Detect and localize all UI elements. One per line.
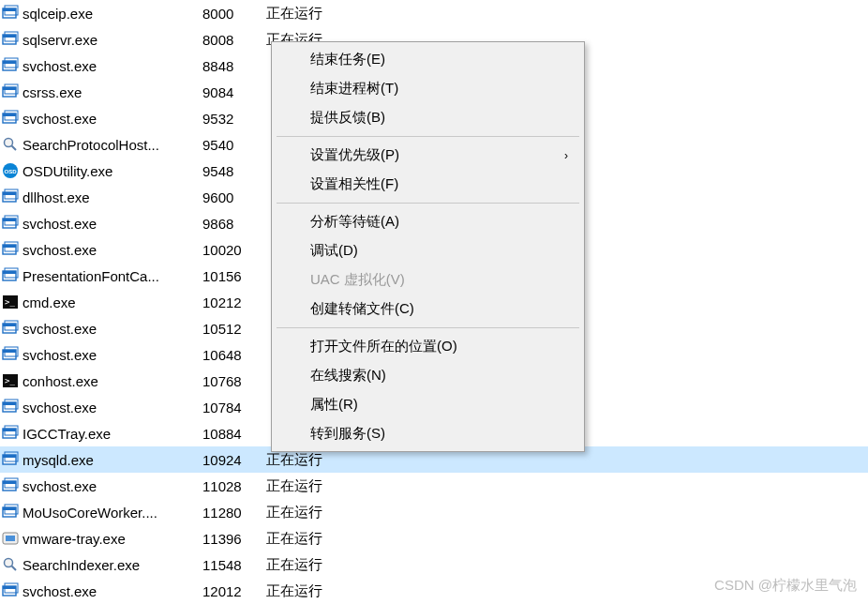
process-pid-cell[interactable]: 10156 (199, 268, 262, 284)
process-name-cell[interactable]: sqlservr.exe (0, 31, 199, 48)
cmd-icon: >_ (2, 294, 19, 310)
process-pid-cell[interactable]: 11548 (199, 557, 262, 573)
process-name-cell[interactable]: SearchProtocolHost... (0, 136, 199, 153)
process-pid-cell[interactable]: 11280 (199, 505, 262, 521)
process-pid-label: 10924 (202, 452, 242, 468)
window-icon (2, 31, 19, 48)
menu-separator (277, 136, 579, 137)
process-name-cell[interactable]: csrss.exe (0, 83, 199, 100)
process-name-cell[interactable]: vmware-tray.exe (0, 530, 199, 547)
process-status-cell[interactable]: 正在运行 (262, 5, 868, 23)
process-name-cell[interactable]: dllhost.exe (0, 189, 199, 205)
svg-point-15 (5, 139, 13, 147)
process-name-cell[interactable]: svchost.exe (0, 320, 199, 337)
process-name-cell[interactable]: svchost.exe (0, 57, 199, 74)
process-pid-cell[interactable]: 9084 (199, 84, 262, 100)
menu-item[interactable]: 属性(R) (275, 390, 581, 419)
menu-item[interactable]: 设置相关性(F) (275, 170, 581, 199)
process-name-cell[interactable]: svchost.exe (0, 399, 199, 415)
process-name-cell[interactable]: svchost.exe (0, 110, 199, 127)
process-name-cell[interactable]: >_conhost.exe (0, 372, 199, 389)
process-name-cell[interactable]: svchost.exe (0, 241, 199, 258)
process-status-cell[interactable]: 正在运行 (262, 477, 868, 495)
window-icon (2, 267, 19, 284)
process-name-cell[interactable]: svchost.exe (0, 477, 199, 494)
process-pid-label: 10884 (202, 426, 242, 442)
process-pid-cell[interactable]: 9532 (199, 111, 262, 127)
process-pid-cell[interactable]: 8000 (199, 6, 262, 22)
process-name-label: svchost.exe (22, 58, 97, 74)
process-pid-cell[interactable]: 10512 (199, 321, 262, 337)
process-status-cell[interactable]: 正在运行 (262, 530, 868, 548)
process-pid-cell[interactable]: 8008 (199, 32, 262, 48)
menu-item-label: 转到服务(S) (310, 425, 385, 441)
process-pid-cell[interactable]: 11028 (199, 478, 262, 494)
process-pid-cell[interactable]: 10884 (199, 426, 262, 442)
process-pid-cell[interactable]: 8848 (199, 58, 262, 74)
process-status-cell[interactable]: 正在运行 (262, 504, 868, 521)
process-name-cell[interactable]: sqlceip.exe (0, 5, 199, 22)
window-icon (2, 504, 19, 521)
process-row[interactable]: MoUsoCoreWorker....11280正在运行 (0, 499, 868, 525)
process-name-label: sqlservr.exe (22, 32, 97, 48)
process-name-label: IGCCTray.exe (22, 426, 111, 442)
context-menu[interactable]: 结束任务(E)结束进程树(T)提供反馈(B)设置优先级(P)›设置相关性(F)分… (271, 41, 585, 452)
menu-item-label: 属性(R) (310, 396, 358, 412)
menu-item[interactable]: 创建转储文件(C) (275, 294, 581, 324)
process-pid-label: 9532 (202, 111, 233, 127)
menu-item[interactable]: 结束进程树(T) (275, 74, 581, 103)
process-name-label: OSDUtility.exe (22, 163, 112, 179)
process-row[interactable]: svchost.exe11028正在运行 (0, 473, 868, 499)
window-icon (2, 582, 19, 599)
menu-item-label: 调试(D) (310, 242, 358, 258)
process-pid-cell[interactable]: 10784 (199, 400, 262, 415)
menu-item[interactable]: 设置优先级(P)› (275, 141, 581, 170)
process-status-cell[interactable]: 正在运行 (262, 556, 868, 574)
process-row[interactable]: vmware-tray.exe11396正在运行 (0, 525, 868, 551)
cmd-icon: >_ (2, 372, 19, 389)
process-pid-label: 10020 (202, 242, 242, 258)
process-pid-cell[interactable]: 10924 (199, 452, 262, 468)
process-name-cell[interactable]: PresentationFontCa... (0, 267, 199, 284)
process-row[interactable]: sqlceip.exe8000正在运行 (0, 0, 868, 26)
process-pid-cell[interactable]: 10212 (199, 294, 262, 310)
menu-item[interactable]: 提供反馈(B) (275, 103, 581, 132)
process-name-cell[interactable]: >_cmd.exe (0, 294, 199, 310)
process-row[interactable]: SearchIndexer.exe11548正在运行 (0, 551, 868, 578)
menu-item[interactable]: 分析等待链(A) (275, 207, 581, 236)
menu-item[interactable]: 转到服务(S) (275, 419, 581, 448)
process-name-cell[interactable]: MoUsoCoreWorker.... (0, 504, 199, 521)
process-pid-label: 11396 (202, 531, 242, 547)
menu-item-label: UAC 虚拟化(V) (310, 271, 405, 287)
window-icon (2, 189, 19, 205)
process-pid-cell[interactable]: 11396 (199, 531, 262, 547)
process-name-cell[interactable]: svchost.exe (0, 582, 199, 599)
process-name-cell[interactable]: mysqld.exe (0, 451, 199, 468)
process-pid-label: 11280 (202, 505, 242, 521)
process-name-cell[interactable]: OSDOSDUtility.exe (0, 162, 199, 179)
process-pid-label: 9084 (202, 84, 233, 100)
process-pid-cell[interactable]: 9600 (199, 189, 262, 205)
process-pid-cell[interactable]: 10648 (199, 347, 262, 363)
process-name-cell[interactable]: SearchIndexer.exe (0, 556, 199, 573)
process-status-cell[interactable]: 正在运行 (262, 451, 868, 469)
process-name-cell[interactable]: svchost.exe (0, 215, 199, 232)
menu-item[interactable]: 在线搜索(N) (275, 361, 581, 390)
menu-item[interactable]: 打开文件所在的位置(O) (275, 332, 581, 361)
process-pid-label: 8008 (202, 32, 233, 48)
process-pid-cell[interactable]: 9540 (199, 137, 262, 153)
process-pid-label: 11548 (202, 557, 242, 573)
process-pid-cell[interactable]: 10020 (199, 242, 262, 258)
process-name-cell[interactable]: svchost.exe (0, 346, 199, 363)
menu-item-label: 设置优先级(P) (310, 146, 399, 162)
process-pid-cell[interactable]: 9868 (199, 216, 262, 232)
process-pid-cell[interactable]: 12012 (199, 583, 262, 599)
process-name-label: svchost.exe (22, 583, 97, 599)
process-pid-cell[interactable]: 9548 (199, 163, 262, 179)
menu-item[interactable]: 结束任务(E) (275, 45, 581, 74)
process-pid-cell[interactable]: 10768 (199, 373, 262, 389)
menu-item[interactable]: 调试(D) (275, 236, 581, 265)
window-icon (2, 215, 19, 232)
process-name-cell[interactable]: IGCCTray.exe (0, 425, 199, 442)
process-pid-label: 9868 (202, 216, 233, 232)
